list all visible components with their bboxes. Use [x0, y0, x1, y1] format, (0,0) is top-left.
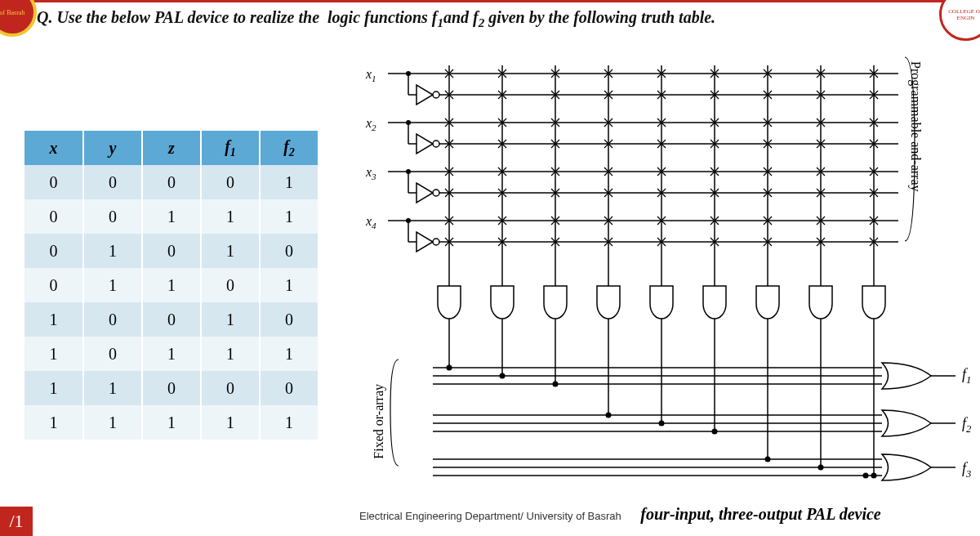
table-row: 01101: [24, 268, 318, 302]
table-row: 01010: [24, 234, 318, 268]
col-z: z: [142, 131, 201, 165]
col-y: y: [83, 131, 142, 165]
svg-point-51: [500, 373, 506, 379]
footer-dept: Electrical Engineering Department/ Unive…: [359, 510, 621, 522]
table-row: 10010: [24, 302, 318, 337]
svg-point-49: [447, 365, 452, 371]
svg-point-53: [553, 382, 559, 387]
input-x2-label: x2: [366, 116, 376, 132]
footer-caption: four-input, three-output PAL device: [640, 505, 880, 523]
col-f1: f1: [201, 131, 260, 165]
output-f3-label: f3: [962, 460, 971, 480]
footer: Electrical Engineering Department/ Unive…: [359, 505, 972, 524]
fixed-or-array-label: Fixed or-array: [372, 384, 386, 459]
output-f1-label: f1: [962, 366, 971, 386]
input-x4-label: x4: [366, 214, 376, 230]
input-x1-label: x1: [366, 67, 376, 83]
truth-table: x y z f1 f2 0000100111010100110110010101…: [24, 131, 319, 440]
logo-right: COLLEGE OF ENGIN: [939, 0, 980, 41]
svg-point-60: [659, 421, 665, 427]
table-row: 00111: [24, 199, 318, 234]
table-row: 11111: [24, 405, 318, 440]
output-f2-label: f2: [962, 415, 971, 436]
svg-point-62: [712, 429, 718, 435]
col-x: x: [24, 131, 83, 165]
svg-point-71: [871, 473, 877, 479]
programmable-and-array-label: Programmable and-array: [908, 61, 923, 191]
table-row: 11000: [24, 371, 318, 405]
svg-point-58: [606, 413, 612, 418]
table-header-row: x y z f1 f2: [24, 131, 318, 165]
table-row: 00001: [24, 165, 318, 199]
svg-point-72: [863, 473, 869, 479]
logo-left: of Basrah: [0, 0, 37, 37]
svg-point-67: [765, 457, 771, 462]
page-number: /1: [0, 507, 33, 536]
pal-diagram: [359, 49, 964, 494]
input-x3-label: x3: [366, 165, 376, 181]
question-text: Q. Use the below PAL device to realize t…: [37, 7, 915, 32]
table-row: 10111: [24, 337, 318, 371]
svg-point-69: [818, 465, 824, 471]
col-f2: f2: [260, 131, 318, 165]
